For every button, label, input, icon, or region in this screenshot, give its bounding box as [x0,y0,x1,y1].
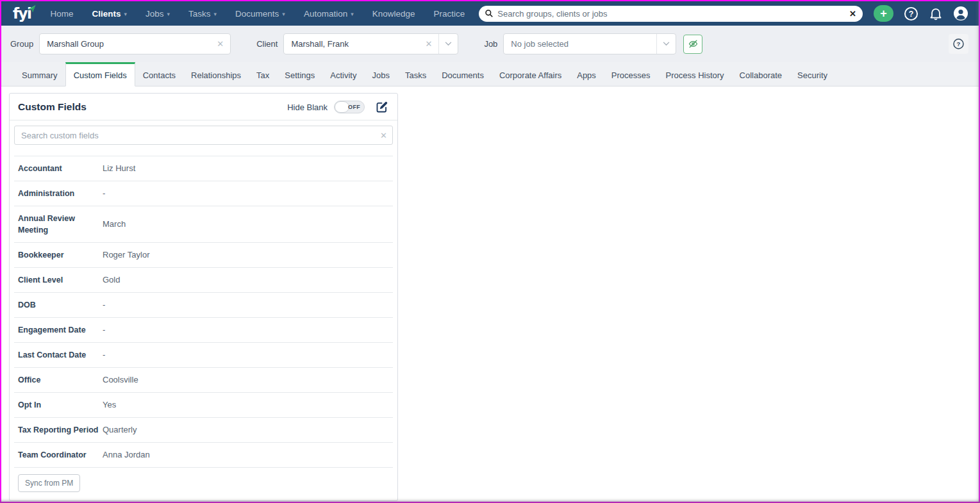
job-filter-select[interactable]: No job selected [503,33,676,54]
field-label: Annual Review Meeting [18,213,103,236]
field-label: Office [18,374,103,386]
field-value: March [103,219,126,230]
tab[interactable]: Custom Fields [65,62,135,87]
client-filter-label: Client [256,39,278,49]
svg-text:?: ? [957,40,961,47]
field-value: Yes [103,399,116,411]
custom-fields-list: Accountant Liz Hurst Administration - An… [14,156,393,468]
tab[interactable]: Collaborate [732,62,790,87]
global-search[interactable]: ✕ [479,6,863,22]
field-value: Liz Hurst [103,163,135,174]
field-value: - [103,349,105,361]
field-label: Client Level [18,274,103,286]
field-row: Client Level Gold [14,268,393,293]
hide-blank-label: Hide Blank [287,103,328,112]
field-row: Administration - [14,181,393,206]
custom-fields-search[interactable]: ✕ [14,126,393,145]
nav-menu-item[interactable]: Clients ▾ [92,9,127,19]
app-window: fyi Home Clients ▾ Jobs ▾ [0,0,980,503]
notifications-bell-icon[interactable] [928,6,943,21]
tab[interactable]: Security [790,62,835,87]
client-filter-combobox[interactable]: ✕ [283,33,458,54]
tab[interactable]: Jobs [364,62,397,87]
field-row: Last Contact Date - [14,343,393,368]
tab[interactable]: Processes [604,62,658,87]
global-search-input[interactable] [497,9,845,19]
nav-menu-item[interactable]: Practice [434,9,465,19]
nav-menu-item[interactable]: Knowledge [372,9,415,19]
tab[interactable]: Tax [249,62,277,87]
user-avatar-icon[interactable] [953,6,968,21]
tab[interactable]: Tasks [397,62,434,87]
hide-blank-toggle[interactable]: OFF [334,101,365,113]
hide-job-panel-button[interactable] [683,35,702,54]
group-filter-combobox[interactable]: ✕ [39,33,231,54]
context-filter-bar: Group ✕ Client ✕ Job No job selected ? [1,26,979,62]
top-nav: fyi Home Clients ▾ Jobs ▾ [1,1,979,26]
group-filter-input[interactable] [40,39,210,49]
group-filter-label: Group [10,39,33,49]
toggle-knob [335,101,349,113]
tab[interactable]: Settings [277,62,322,87]
page-help-button[interactable]: ? [949,34,968,54]
client-dropdown-chevron[interactable] [438,34,458,54]
chevron-down-icon: ▾ [351,10,354,17]
create-new-button[interactable]: + [874,5,893,22]
chevron-down-icon: ▾ [167,10,170,17]
field-label: Accountant [18,163,103,174]
tab[interactable]: Apps [569,62,604,87]
tab[interactable]: Contacts [135,62,183,87]
edit-fields-button[interactable] [374,100,388,114]
chevron-down-icon: ▾ [214,10,217,17]
field-value: Anna Jordan [103,449,150,461]
field-label: Administration [18,188,103,199]
nav-actions: + ? [874,5,968,22]
group-clear-icon[interactable]: ✕ [210,39,230,49]
nav-menu-item[interactable]: Automation ▾ [304,9,354,19]
fyi-logo[interactable]: fyi [13,6,31,21]
field-label: Opt In [18,399,103,411]
tab[interactable]: Process History [658,62,732,87]
nav-menu-item[interactable]: Documents ▾ [235,9,285,19]
client-filter-input[interactable] [284,39,419,49]
chevron-down-icon: ▾ [282,10,285,17]
nav-menu-item[interactable]: Jobs ▾ [145,9,170,19]
job-dropdown-chevron[interactable] [656,34,676,54]
tab[interactable]: Relationships [183,62,249,87]
eye-off-icon [688,38,699,49]
paper-plane-icon [28,4,36,13]
custom-fields-search-clear-icon[interactable]: ✕ [380,131,387,140]
custom-fields-search-input[interactable] [14,126,393,145]
field-label: Tax Reporting Period [18,424,103,436]
main-content: Custom Fields Hide Blank OFF ✕ Account [1,87,979,502]
chevron-down-icon: ▾ [124,10,127,17]
field-value: Gold [103,274,120,286]
search-clear-icon[interactable]: ✕ [849,10,856,18]
tab[interactable]: Activity [322,62,364,87]
tab[interactable]: Documents [434,62,492,87]
field-row: Annual Review Meeting March [14,206,393,243]
field-label: Last Contact Date [18,349,103,361]
nav-menu-item[interactable]: Home [50,9,73,19]
tab[interactable]: Corporate Affairs [492,62,569,87]
job-filter-label: Job [484,39,497,49]
field-row: Tax Reporting Period Quarterly [14,418,393,443]
toggle-state-label: OFF [348,104,360,110]
field-value: Quarterly [103,424,137,436]
client-tabs: Summary Custom Fields Contacts Relations… [1,62,979,87]
help-icon[interactable]: ? [903,6,918,21]
field-value: Coolsville [103,374,138,386]
field-row: Team Coordinator Anna Jordan [14,443,393,468]
field-row: Bookkeeper Roger Taylor [14,243,393,268]
custom-fields-panel: Custom Fields Hide Blank OFF ✕ Account [9,93,398,501]
field-row: Office Coolsville [14,368,393,393]
search-icon [485,9,494,18]
panel-footer: Sync from PM [10,468,397,500]
sync-from-pm-button[interactable]: Sync from PM [18,474,80,492]
tab[interactable]: Summary [14,62,65,87]
nav-menu-item[interactable]: Tasks ▾ [188,9,217,19]
field-row: Engagement Date - [14,318,393,343]
field-label: Bookkeeper [18,249,103,261]
field-value: - [103,188,105,199]
client-clear-icon[interactable]: ✕ [419,39,438,49]
